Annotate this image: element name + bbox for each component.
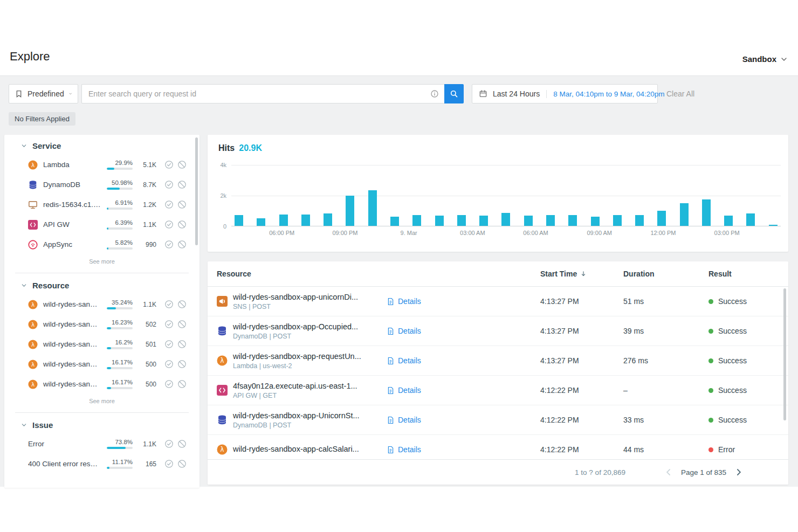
column-header-resource[interactable]: Resource xyxy=(217,270,540,278)
hits-bar[interactable] xyxy=(769,225,778,226)
table-row[interactable]: wild-rydes-sandbox-app-UnicornSt... Dyna… xyxy=(208,405,788,435)
hits-bar[interactable] xyxy=(235,215,243,226)
environment-selector[interactable]: Sandbox xyxy=(742,54,788,64)
exclude-filter-button[interactable] xyxy=(177,360,187,369)
y-axis: 4k 2k 0 xyxy=(215,165,231,226)
chevron-down-icon xyxy=(780,55,788,64)
include-filter-button[interactable] xyxy=(164,180,174,189)
hits-bar[interactable] xyxy=(635,215,644,226)
table-row[interactable]: 4fsay0n12a.execute-api.us-east-1... API … xyxy=(208,376,788,405)
filter-label: wild-rydes-sandbox... xyxy=(43,320,101,328)
hits-bar[interactable] xyxy=(368,190,377,226)
include-filter-button[interactable] xyxy=(164,459,174,468)
filter-count: 165 xyxy=(138,460,156,468)
exclude-filter-button[interactable] xyxy=(177,220,187,229)
hits-bar[interactable] xyxy=(279,215,288,226)
details-link[interactable]: Details xyxy=(387,445,421,454)
hits-bar[interactable] xyxy=(657,211,666,226)
document-icon xyxy=(387,327,395,335)
appsync-icon xyxy=(28,240,38,250)
x-axis: 06:00 PM09:00 PM9. Mar03:00 AM06:00 AM09… xyxy=(231,230,781,238)
exclude-filter-button[interactable] xyxy=(177,320,187,329)
result-cell: Success xyxy=(708,416,788,424)
include-filter-button[interactable] xyxy=(164,439,174,448)
hits-bar[interactable] xyxy=(524,216,533,226)
hits-bar[interactable] xyxy=(412,215,421,226)
next-page-button[interactable] xyxy=(733,467,744,478)
see-more-link[interactable]: See more xyxy=(4,394,200,409)
exclude-filter-button[interactable] xyxy=(177,379,187,389)
search-control xyxy=(81,84,464,103)
include-filter-button[interactable] xyxy=(164,240,174,249)
info-icon[interactable] xyxy=(430,89,439,98)
exclude-filter-button[interactable] xyxy=(177,240,187,249)
include-filter-button[interactable] xyxy=(164,300,174,309)
clear-all-link[interactable]: Clear All xyxy=(666,89,694,98)
hits-bar[interactable] xyxy=(435,216,444,226)
include-filter-button[interactable] xyxy=(164,379,174,389)
filter-percent: 16.17% xyxy=(112,379,133,385)
hits-bar[interactable] xyxy=(501,213,510,226)
svg-text:λ: λ xyxy=(31,301,35,307)
hits-bar[interactable] xyxy=(613,215,622,226)
details-link[interactable]: Details xyxy=(387,416,421,424)
details-link[interactable]: Details xyxy=(387,356,421,365)
page-indicator: Page 1 of 835 xyxy=(681,468,726,476)
see-more-link[interactable]: See more xyxy=(4,254,200,270)
include-filter-button[interactable] xyxy=(164,320,174,329)
column-header-start-time[interactable]: Start Time xyxy=(540,270,623,278)
exclude-filter-button[interactable] xyxy=(177,180,187,189)
filter-count: 5.1K xyxy=(138,161,156,169)
exclude-filter-button[interactable] xyxy=(177,340,187,349)
hits-bar[interactable] xyxy=(346,196,354,226)
section-header-service[interactable]: Service xyxy=(4,135,200,155)
filter-percent: 16.17% xyxy=(112,359,133,365)
hits-bar[interactable] xyxy=(301,215,310,226)
exclude-filter-button[interactable] xyxy=(177,439,187,448)
predefined-dropdown[interactable]: Predefined xyxy=(9,84,78,103)
lambda-icon: λ xyxy=(28,360,38,369)
filter-percent: 6.91% xyxy=(115,199,133,206)
exclude-filter-button[interactable] xyxy=(177,300,187,309)
hits-bar[interactable] xyxy=(390,217,399,226)
sidebar-scrollbar[interactable] xyxy=(195,137,198,245)
hits-bar[interactable] xyxy=(702,199,711,226)
hits-bar[interactable] xyxy=(724,216,733,226)
table-row[interactable]: wild-rydes-sandbox-app-unicornDi... SNS … xyxy=(208,287,788,316)
start-time: 4:12:22 PM xyxy=(540,416,623,424)
hits-bar[interactable] xyxy=(680,203,689,226)
hits-bar[interactable] xyxy=(479,216,488,226)
exclude-filter-button[interactable] xyxy=(177,200,187,209)
hits-bar[interactable] xyxy=(457,215,466,226)
include-filter-button[interactable] xyxy=(164,220,174,229)
column-header-result[interactable]: Result xyxy=(708,270,788,278)
time-range-picker[interactable]: Last 24 Hours 8 Mar, 04:10pm to 9 Mar, 0… xyxy=(472,84,658,103)
hits-bar[interactable] xyxy=(546,215,555,226)
search-input[interactable] xyxy=(81,84,444,103)
table-row[interactable]: λ wild-rydes-sandbox-app-requestUn... La… xyxy=(208,346,788,376)
exclude-filter-button[interactable] xyxy=(177,459,187,468)
include-filter-button[interactable] xyxy=(164,160,174,169)
hits-bar[interactable] xyxy=(746,213,755,226)
search-button[interactable] xyxy=(444,84,464,103)
table-scrollbar[interactable] xyxy=(783,288,786,420)
table-row[interactable]: λ wild-rydes-sandbox-app-calcSalari... D… xyxy=(208,435,788,459)
previous-page-button[interactable] xyxy=(663,467,674,478)
details-link[interactable]: Details xyxy=(387,297,421,306)
include-filter-button[interactable] xyxy=(164,200,174,209)
include-filter-button[interactable] xyxy=(164,340,174,349)
section-header-issue[interactable]: Issue xyxy=(4,414,200,434)
hits-bar[interactable] xyxy=(591,217,600,226)
hits-bar[interactable] xyxy=(324,213,332,226)
table-row[interactable]: wild-rydes-sandbox-app-Occupied... Dynam… xyxy=(208,316,788,346)
filter-count: 501 xyxy=(138,341,156,348)
column-header-duration[interactable]: Duration xyxy=(623,270,708,278)
svg-text:λ: λ xyxy=(31,341,35,347)
details-link[interactable]: Details xyxy=(387,386,421,395)
section-header-resource[interactable]: Resource xyxy=(4,274,200,294)
hits-bar[interactable] xyxy=(257,218,265,226)
details-link[interactable]: Details xyxy=(387,327,421,335)
exclude-filter-button[interactable] xyxy=(177,160,187,169)
hits-bar[interactable] xyxy=(568,215,577,226)
include-filter-button[interactable] xyxy=(164,360,174,369)
